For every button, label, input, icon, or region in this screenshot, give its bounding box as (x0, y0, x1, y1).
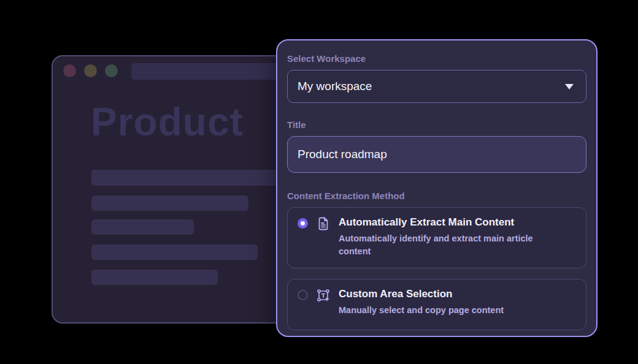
workspace-select-value: My workspace (298, 80, 372, 93)
window-maximize-button[interactable] (105, 64, 118, 77)
title-label: Title (287, 119, 586, 131)
area-select-icon (316, 288, 331, 303)
radio-button[interactable] (298, 218, 308, 229)
option-description: Automatically identify and extract main … (339, 232, 564, 258)
option-title: Custom Area Selection (339, 287, 576, 301)
skeleton-text-bar (91, 245, 258, 260)
skeleton-text-bar (91, 270, 218, 285)
window-minimize-button[interactable] (84, 64, 97, 77)
chevron-down-icon (565, 84, 574, 89)
option-title: Automatically Extract Main Content (339, 216, 576, 229)
window-close-button[interactable] (63, 64, 76, 77)
skeleton-text-bar (91, 195, 248, 211)
option-description: Manually select and copy page content (339, 304, 564, 317)
option-custom-area[interactable]: Custom Area Selection Manually select an… (287, 279, 586, 330)
option-auto-extract[interactable]: Automatically Extract Main Content Autom… (287, 207, 586, 268)
page-title: Product (91, 99, 244, 145)
skeleton-text-bar (91, 219, 194, 235)
document-icon (316, 216, 331, 231)
workspace-select[interactable]: My workspace (287, 70, 586, 103)
extraction-method-label: Content Extraction Method (287, 190, 586, 202)
page-background: Product Select Workspace My workspace Ti… (0, 0, 638, 364)
title-input[interactable] (287, 136, 586, 173)
workspace-label: Select Workspace (287, 53, 586, 64)
clipper-panel: Select Workspace My workspace Title Cont… (276, 39, 598, 337)
radio-button[interactable] (298, 290, 308, 300)
